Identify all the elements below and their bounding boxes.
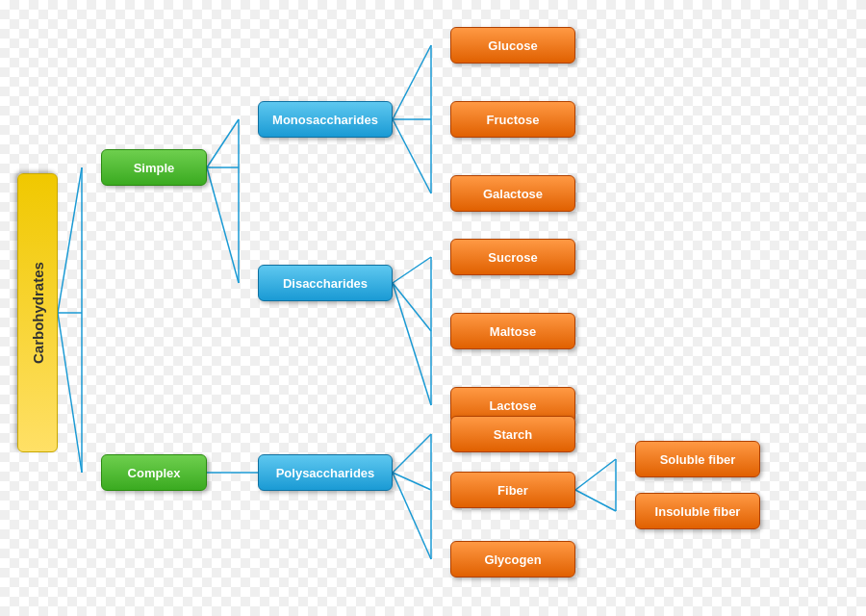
svg-line-17 xyxy=(393,434,431,473)
svg-line-4 xyxy=(207,119,239,167)
node-complex: Complex xyxy=(101,454,207,491)
node-fructose: Fructose xyxy=(450,101,575,138)
node-polysaccharides: Polysaccharides xyxy=(258,454,393,491)
svg-line-0 xyxy=(58,167,82,313)
svg-line-10 xyxy=(393,119,431,193)
svg-line-22 xyxy=(575,490,616,511)
node-glycogen: Glycogen xyxy=(450,541,575,578)
node-galactose: Galactose xyxy=(450,175,575,212)
node-soluble-fiber: Soluble fiber xyxy=(635,441,760,477)
node-simple: Simple xyxy=(101,149,207,186)
svg-line-1 xyxy=(58,313,82,473)
node-monosaccharides: Monosaccharides xyxy=(258,101,393,138)
node-maltose: Maltose xyxy=(450,313,575,349)
svg-line-19 xyxy=(393,473,431,559)
node-disaccharides: Disaccharides xyxy=(258,265,393,301)
svg-line-5 xyxy=(207,167,239,283)
node-glucose: Glucose xyxy=(450,27,575,64)
svg-line-8 xyxy=(393,45,431,119)
carbohydrates-diagram: Carbohydrates Simple Complex Monosacchar… xyxy=(0,0,866,616)
svg-line-21 xyxy=(575,459,616,490)
svg-line-14 xyxy=(393,283,431,405)
node-fiber: Fiber xyxy=(450,472,575,508)
node-insoluble-fiber: Insoluble fiber xyxy=(635,493,760,529)
node-starch: Starch xyxy=(450,416,575,452)
svg-line-12 xyxy=(393,257,431,283)
node-carbohydrates: Carbohydrates xyxy=(17,173,58,452)
node-sucrose: Sucrose xyxy=(450,239,575,275)
svg-line-13 xyxy=(393,283,431,331)
